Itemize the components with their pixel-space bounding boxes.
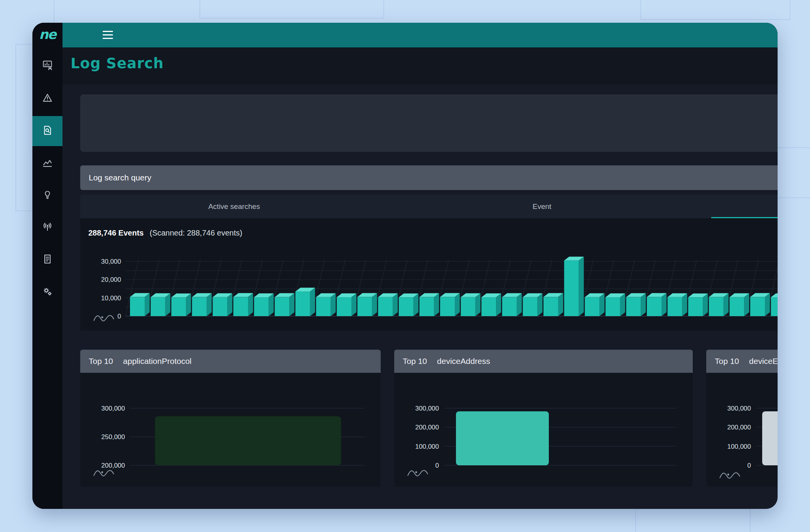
sidebar: ne	[32, 23, 62, 509]
bar	[647, 297, 662, 316]
y-tick-label: 300,000	[101, 405, 125, 412]
bar	[151, 297, 165, 316]
bar-side	[620, 293, 625, 316]
bar	[233, 297, 248, 316]
bar-side	[186, 293, 191, 316]
page-title: Log Search	[71, 55, 164, 72]
events-histogram[interactable]: 010,00020,00030,000	[89, 251, 778, 330]
bar-side	[599, 293, 604, 316]
bar-side	[289, 293, 294, 316]
bar	[762, 411, 778, 465]
y-tick-label: 250,000	[101, 433, 125, 441]
bar-side	[579, 257, 584, 316]
y-tick-label: 0	[435, 462, 439, 469]
y-tick-label: 100,000	[727, 443, 751, 450]
sidebar-item-settings[interactable]	[32, 280, 62, 304]
bar-side	[641, 293, 646, 316]
top10-deviceEvent-header[interactable]: Top 10 deviceEv	[706, 350, 778, 373]
bar	[254, 297, 269, 316]
top10-applicationProtocol-chart[interactable]: 300,000250,000200,000	[80, 373, 381, 487]
top10-deviceEvent-panel: Top 10 deviceEv 300,000200,000100,0000	[706, 350, 778, 487]
bar-side	[662, 293, 667, 316]
background-decoration	[635, 508, 751, 532]
bar-side	[558, 293, 563, 316]
sidebar-item-alerts[interactable]	[32, 87, 62, 111]
sidebar-item-log-search[interactable]	[32, 116, 62, 146]
top10-field: applicationProtocol	[123, 357, 191, 366]
bar	[456, 411, 549, 465]
tab-selected[interactable]	[696, 195, 778, 218]
top10-deviceAddress-chart[interactable]: 300,000200,000100,0000	[394, 373, 693, 487]
tab-label: Event	[533, 202, 552, 211]
bar-side	[765, 293, 770, 316]
top10-applicationProtocol-panel: Top 10 applicationProtocol 300,000250,00…	[80, 350, 381, 487]
sparkline-icon[interactable]	[407, 468, 430, 478]
sparkline-icon[interactable]	[93, 468, 116, 478]
bar-side	[310, 288, 315, 316]
tab-event[interactable]: Event	[388, 195, 696, 218]
y-tick-label: 200,000	[727, 424, 751, 431]
tab-label: Active searches	[208, 202, 260, 211]
top10-deviceAddress-panel: Top 10 deviceAddress 300,000200,000100,0…	[394, 350, 693, 487]
bar-side	[724, 293, 729, 316]
alerts-icon	[42, 93, 53, 105]
bar	[440, 297, 455, 316]
bar	[481, 297, 496, 316]
sidebar-item-insights[interactable]	[32, 54, 62, 78]
bar	[399, 297, 413, 316]
bar-side	[351, 293, 356, 316]
bar-side	[455, 293, 460, 316]
background-decoration	[640, 0, 790, 20]
top10-applicationProtocol-header[interactable]: Top 10 applicationProtocol	[80, 350, 381, 373]
broadcast-icon	[42, 221, 53, 233]
y-tick-label: 10,000	[101, 295, 121, 302]
bar	[378, 297, 393, 316]
bar	[213, 297, 227, 316]
bar	[688, 297, 703, 316]
bar-side	[476, 293, 481, 316]
report-icon	[42, 254, 53, 266]
bar	[155, 416, 341, 465]
ideas-icon	[42, 189, 53, 201]
bar-side	[496, 293, 501, 316]
y-tick-label: 200,000	[415, 424, 439, 431]
app-logo[interactable]: ne	[32, 27, 62, 42]
bar	[461, 297, 476, 316]
top10-prefix: Top 10	[403, 357, 427, 366]
bar	[316, 297, 331, 316]
bar	[771, 297, 778, 316]
bar-side	[703, 293, 708, 316]
bar-top	[771, 293, 778, 297]
bar	[192, 297, 207, 316]
sparkline-icon[interactable]	[93, 313, 116, 323]
top10-deviceAddress-header[interactable]: Top 10 deviceAddress	[394, 350, 693, 373]
top10-prefix: Top 10	[715, 357, 739, 366]
log-search-input-area[interactable]	[80, 94, 778, 152]
bar-side	[744, 293, 749, 316]
tab-active-searches[interactable]: Active searches	[80, 195, 388, 218]
bar	[295, 291, 310, 316]
background-decoration	[199, 0, 384, 19]
bar	[729, 297, 744, 316]
sidebar-item-broadcast[interactable]	[32, 215, 62, 239]
trends-icon	[42, 158, 53, 170]
y-tick-label: 0	[118, 313, 121, 320]
bar	[626, 297, 641, 316]
bar	[585, 297, 599, 316]
settings-icon	[42, 286, 53, 298]
sidebar-item-trends[interactable]	[32, 152, 62, 176]
bar-side	[145, 293, 150, 316]
log-search-icon	[42, 125, 53, 137]
hamburger-menu-icon[interactable]	[103, 31, 113, 39]
bar-side	[269, 293, 274, 316]
sidebar-item-report[interactable]	[32, 248, 62, 272]
log-search-query-bar[interactable]: Log search query	[80, 165, 778, 190]
y-tick-label: 100,000	[415, 443, 439, 450]
sidebar-item-ideas[interactable]	[32, 183, 62, 207]
sparkline-icon[interactable]	[719, 470, 742, 480]
bar	[564, 261, 579, 316]
title-band	[62, 47, 778, 84]
y-tick-label: 300,000	[415, 405, 439, 412]
bar	[358, 297, 372, 316]
bar	[171, 297, 186, 316]
